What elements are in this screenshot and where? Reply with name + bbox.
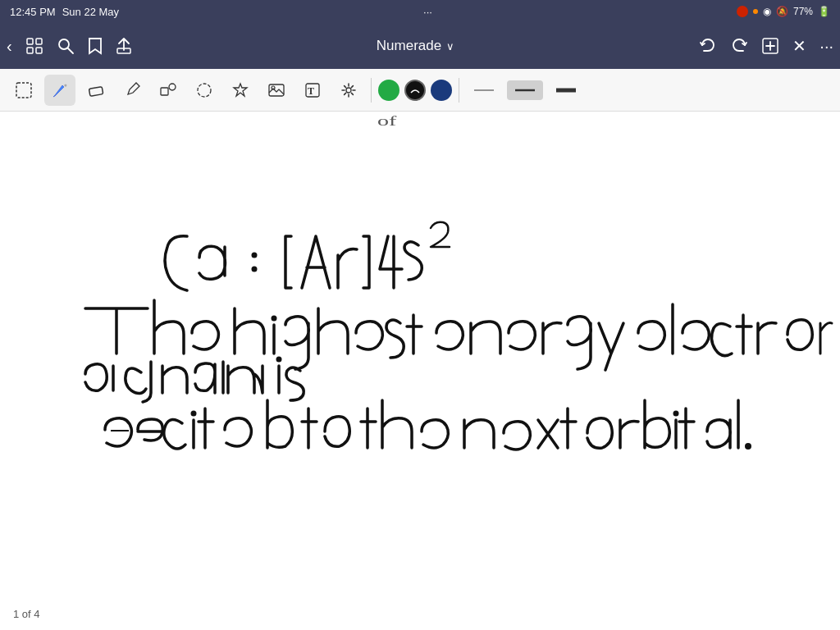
- svg-point-24: [252, 253, 258, 258]
- add-page-button[interactable]: [761, 37, 779, 55]
- share-button[interactable]: [116, 37, 132, 55]
- battery-text: 77%: [793, 6, 813, 17]
- wifi-dot: [753, 9, 758, 14]
- drawing-toolbar: T: [0, 69, 840, 112]
- svg-point-26: [272, 316, 277, 322]
- svg-rect-2: [27, 48, 33, 53]
- svg-marker-15: [234, 84, 247, 96]
- lasso-tool[interactable]: [189, 75, 220, 106]
- back-button[interactable]: ‹: [7, 37, 12, 56]
- svg-rect-11: [89, 86, 103, 96]
- svg-point-25: [252, 267, 258, 272]
- status-right: ◉ 🔕 77% 🔋: [737, 6, 830, 17]
- status-center: ···: [423, 6, 432, 18]
- highlighter-tool[interactable]: [116, 75, 148, 106]
- stroke-thin[interactable]: [466, 80, 502, 100]
- redo-button[interactable]: [730, 37, 748, 55]
- more-options-button[interactable]: ···: [819, 37, 833, 56]
- color-green[interactable]: [378, 80, 399, 101]
- toolbar-left: ‹: [7, 37, 132, 56]
- svg-point-14: [198, 84, 211, 97]
- svg-rect-3: [36, 48, 42, 53]
- stroke-medium[interactable]: [507, 80, 543, 100]
- svg-line-5: [68, 48, 73, 53]
- svg-text:T: T: [308, 85, 314, 97]
- undo-button[interactable]: [699, 37, 717, 55]
- record-dot: [737, 6, 748, 17]
- dnd-icon: 🔕: [776, 6, 788, 17]
- svg-point-13: [169, 84, 176, 90]
- svg-point-28: [191, 411, 197, 417]
- pen-tool[interactable]: [44, 75, 75, 106]
- magic-tool[interactable]: [333, 75, 364, 106]
- app-title: Numerade: [377, 38, 441, 54]
- status-bar: 12:45 PM Sun 22 May ··· ◉ 🔕 77% 🔋: [0, 0, 840, 23]
- main-toolbar: ‹ Numerade: [0, 23, 840, 69]
- stroke-thick[interactable]: [548, 80, 584, 100]
- ellipsis-icon: ···: [423, 6, 432, 18]
- color-black[interactable]: [404, 80, 426, 101]
- canvas-area[interactable]: of: [0, 112, 840, 630]
- svg-point-29: [673, 411, 679, 417]
- svg-rect-10: [16, 83, 31, 98]
- close-button[interactable]: ✕: [792, 36, 806, 56]
- battery-icon: 🔋: [818, 6, 830, 17]
- eraser-tool[interactable]: [80, 75, 112, 106]
- separator-1: [371, 78, 372, 103]
- svg-point-4: [59, 39, 69, 49]
- svg-point-20: [346, 88, 351, 93]
- svg-rect-0: [27, 39, 33, 44]
- date-display: Sun 22 May: [62, 6, 119, 18]
- separator-2: [459, 78, 459, 103]
- search-button[interactable]: [57, 37, 75, 55]
- color-darkblue[interactable]: [431, 80, 452, 101]
- svg-rect-12: [161, 88, 168, 95]
- status-left: 12:45 PM Sun 22 May: [10, 6, 119, 18]
- time-display: 12:45 PM: [10, 6, 56, 18]
- star-tool[interactable]: [225, 75, 256, 106]
- shapes-tool[interactable]: [153, 75, 184, 106]
- svg-point-30: [745, 443, 751, 450]
- page-indicator: 1 of 4: [13, 608, 40, 620]
- select-tool[interactable]: [8, 75, 39, 106]
- grid-button[interactable]: [25, 37, 43, 55]
- svg-point-27: [276, 357, 282, 363]
- toolbar-right: ✕ ···: [699, 36, 833, 56]
- handwriting-svg: [0, 112, 840, 630]
- toolbar-center: Numerade ∨: [377, 38, 454, 54]
- image-tool[interactable]: [261, 75, 292, 106]
- app-title-dropdown[interactable]: ∨: [446, 40, 454, 52]
- bookmark-button[interactable]: [88, 37, 103, 55]
- signal-icon: ◉: [763, 6, 771, 17]
- text-tool[interactable]: T: [297, 75, 328, 106]
- svg-rect-1: [36, 39, 42, 44]
